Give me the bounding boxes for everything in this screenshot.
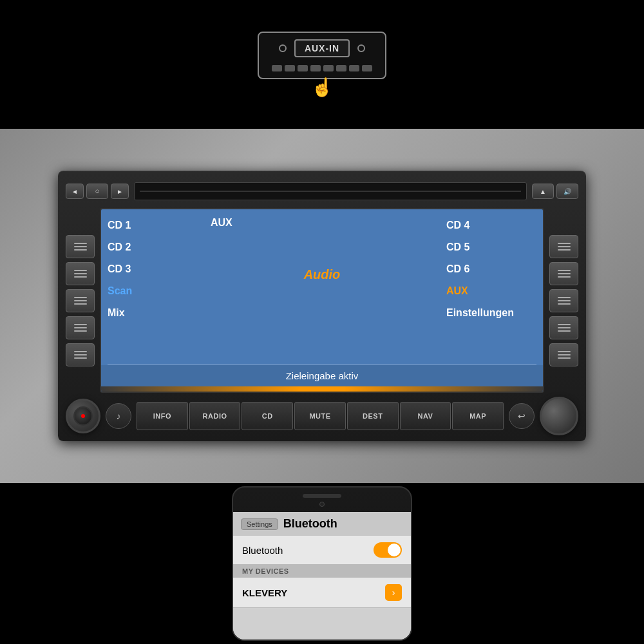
aux-diagram-section: AUX-IN ☝ [0, 0, 644, 129]
left-side-btn-1[interactable] [66, 235, 95, 258]
aux-box: AUX-IN [258, 32, 386, 79]
right-side-btn-1[interactable] [549, 235, 578, 258]
aux-slot [362, 65, 372, 71]
menu-aux[interactable]: AUX [446, 283, 536, 299]
right-side-buttons [549, 208, 578, 393]
aux-slot [310, 65, 321, 71]
left-side-btn-5[interactable] [66, 343, 95, 366]
radio-top-bar: ◄ ☺ ► ▲ 🔊 [66, 178, 578, 204]
status-text: Zieleingabe aktiv [286, 370, 359, 381]
screen-left-column: CD 1 CD 2 CD 3 Scan Mix [101, 209, 204, 365]
aux-slot [272, 65, 282, 71]
aux-label: AUX-IN [294, 39, 350, 57]
volume-knob[interactable] [540, 397, 578, 435]
menu-cd2[interactable]: CD 2 [108, 239, 198, 256]
device-name: KLEVERY [242, 587, 287, 598]
radio-unit: ◄ ☺ ► ▲ 🔊 [58, 171, 586, 441]
aux-slot [323, 65, 334, 71]
menu-cd3[interactable]: CD 3 [108, 261, 198, 278]
radio-left-controls: ◄ ☺ ► [66, 184, 129, 199]
finger-icon: ☝ [311, 77, 334, 98]
right-side-btn-2[interactable] [549, 262, 578, 285]
phone-screen: Settings Bluetooth Bluetooth MY DEVICES … [233, 512, 411, 639]
info-button[interactable]: INFO [137, 402, 188, 430]
screen-menu: CD 1 CD 2 CD 3 Scan Mix AUX Audio CD 4 [101, 209, 543, 365]
bluetooth-toggle[interactable] [374, 542, 402, 558]
radio-main-area: CD 1 CD 2 CD 3 Scan Mix AUX Audio CD 4 [66, 208, 578, 393]
cd-slot [134, 182, 527, 200]
bottom-buttons-row: INFO RADIO CD MUTE DEST NAV MAP [137, 402, 504, 430]
right-side-btn-4[interactable] [549, 316, 578, 339]
settings-button[interactable]: Settings [241, 518, 278, 530]
nav-button[interactable]: NAV [400, 402, 451, 430]
prev-button[interactable]: ◄ [66, 184, 84, 199]
aux-diagram: AUX-IN ☝ [258, 32, 386, 98]
left-side-btn-4[interactable] [66, 316, 95, 339]
mute-button[interactable]: MUTE [294, 402, 346, 430]
phone-header: Settings Bluetooth [233, 512, 411, 536]
phone-camera [319, 502, 325, 507]
eject-button[interactable]: ▲ [532, 184, 554, 199]
map-button[interactable]: MAP [452, 402, 504, 430]
screen-audio-label: Audio [304, 267, 341, 282]
left-side-buttons [66, 208, 95, 393]
phone-content: Bluetooth MY DEVICES KLEVERY › [233, 536, 411, 639]
screen-bottom-indicator [101, 386, 543, 392]
volume-button[interactable]: 🔊 [556, 184, 578, 199]
menu-scan[interactable]: Scan [108, 283, 198, 299]
device-arrow-icon[interactable]: › [385, 584, 402, 601]
screen-aux-label: AUX [211, 217, 232, 229]
back-button[interactable]: ↩ [509, 403, 535, 429]
screen-right-column: CD 4 CD 5 CD 6 AUX Einstellungen [440, 209, 543, 365]
menu-cd6[interactable]: CD 6 [446, 261, 536, 278]
left-side-btn-2[interactable] [66, 262, 95, 285]
phone-section: Settings Bluetooth Bluetooth MY DEVICES … [0, 483, 644, 644]
radio-top-right-controls: ▲ 🔊 [532, 184, 578, 199]
power-knob[interactable] [66, 399, 100, 433]
bluetooth-toggle-row: Bluetooth [233, 536, 411, 565]
next-button[interactable]: ► [111, 184, 129, 199]
power-indicator [81, 414, 85, 418]
right-side-btn-3[interactable] [549, 289, 578, 312]
bluetooth-label: Bluetooth [242, 545, 283, 556]
aux-slot [285, 65, 295, 71]
menu-cd5[interactable]: CD 5 [446, 239, 536, 256]
radio-bottom-bar: ♪ INFO RADIO CD MUTE DEST NAV MAP ↩ [66, 398, 578, 433]
aux-slot [298, 65, 308, 71]
car-radio-section: ◄ ☺ ► ▲ 🔊 [0, 129, 644, 483]
phone-device: Settings Bluetooth Bluetooth MY DEVICES … [232, 486, 412, 641]
screen-center-column: AUX Audio [204, 209, 440, 365]
screen-status-bar: Zieleingabe aktiv [101, 365, 543, 386]
aux-circle-left [279, 44, 287, 52]
cd-button[interactable]: CD [242, 402, 293, 430]
phone-speaker [303, 494, 341, 498]
menu-cd1[interactable]: CD 1 [108, 217, 198, 234]
my-devices-header: MY DEVICES [233, 565, 411, 578]
aux-circle-right [357, 44, 365, 52]
menu-einstellungen[interactable]: Einstellungen [446, 305, 536, 321]
device-row[interactable]: KLEVERY › [233, 578, 411, 608]
menu-cd4[interactable]: CD 4 [446, 217, 536, 234]
radio-screen: CD 1 CD 2 CD 3 Scan Mix AUX Audio CD 4 [100, 208, 544, 393]
aux-slot [349, 65, 359, 71]
toggle-knob [388, 544, 401, 556]
pair-button[interactable]: ☺ [86, 184, 108, 199]
music-button[interactable]: ♪ [106, 403, 131, 429]
right-side-btn-5[interactable] [549, 343, 578, 366]
dest-button[interactable]: DEST [347, 402, 399, 430]
menu-mix[interactable]: Mix [108, 305, 198, 321]
left-side-btn-3[interactable] [66, 289, 95, 312]
bluetooth-title: Bluetooth [283, 517, 337, 531]
radio-button[interactable]: RADIO [189, 402, 241, 430]
aux-slot [336, 65, 346, 71]
